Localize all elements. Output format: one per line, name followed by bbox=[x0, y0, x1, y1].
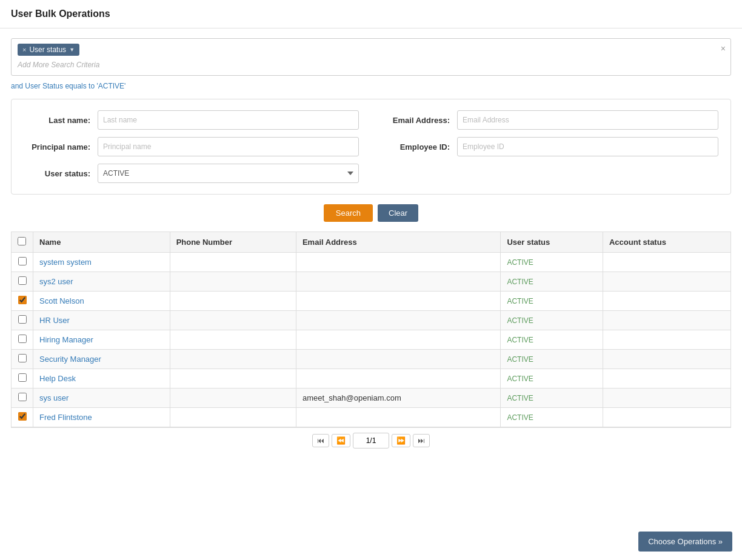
email-cell bbox=[296, 369, 500, 388]
col-phone: Phone Number bbox=[170, 232, 296, 253]
row-checkbox[interactable] bbox=[18, 296, 27, 304]
row-checkbox[interactable] bbox=[18, 373, 27, 382]
user-name-link[interactable]: sys2 user bbox=[39, 277, 73, 286]
user-status-cell: ACTIVE bbox=[501, 388, 603, 408]
user-status-cell: ACTIVE bbox=[501, 350, 603, 369]
user-status-cell: ACTIVE bbox=[501, 253, 603, 272]
user-name-link[interactable]: system system bbox=[39, 258, 92, 267]
row-checkbox[interactable] bbox=[18, 257, 27, 265]
user-status-cell: ACTIVE bbox=[501, 311, 603, 330]
phone-cell bbox=[170, 292, 296, 311]
col-name: Name bbox=[33, 232, 170, 253]
user-status-cell: ACTIVE bbox=[501, 272, 603, 292]
clear-button[interactable]: Clear bbox=[378, 204, 418, 222]
table-row: sys userameet_shah@openiam.comACTIVE bbox=[12, 388, 731, 408]
email-cell bbox=[296, 253, 500, 272]
row-checkbox[interactable] bbox=[18, 412, 27, 421]
search-button[interactable]: Search bbox=[324, 204, 373, 222]
table-row: Fred FlintstoneACTIVE bbox=[12, 408, 731, 427]
select-all-checkbox[interactable] bbox=[18, 237, 26, 245]
principal-name-input[interactable] bbox=[98, 137, 359, 156]
pagination-row: ⏮ ⏪ ⏩ ⏭ bbox=[11, 427, 731, 453]
user-status-cell: ACTIVE bbox=[501, 330, 603, 350]
last-name-input[interactable] bbox=[98, 110, 359, 130]
phone-cell bbox=[170, 272, 296, 292]
user-status-label: User status: bbox=[24, 169, 90, 178]
phone-cell bbox=[170, 350, 296, 369]
table-row: Help DeskACTIVE bbox=[12, 369, 731, 388]
last-name-label: Last name: bbox=[24, 116, 90, 125]
tag-label: User status bbox=[29, 45, 66, 54]
user-status-cell: ACTIVE bbox=[501, 408, 603, 427]
account-status-cell bbox=[603, 408, 730, 427]
account-status-cell bbox=[603, 330, 730, 350]
row-checkbox[interactable] bbox=[18, 315, 27, 324]
account-status-cell bbox=[603, 369, 730, 388]
table-row: Security ManagerACTIVE bbox=[12, 350, 731, 369]
col-email: Email Address bbox=[296, 232, 500, 253]
employee-id-label: Employee ID: bbox=[383, 142, 450, 152]
user-name-link[interactable]: Hiring Manager bbox=[39, 335, 93, 344]
email-cell bbox=[296, 272, 500, 292]
phone-cell bbox=[170, 408, 296, 427]
phone-cell bbox=[170, 253, 296, 272]
user-name-link[interactable]: Scott Nelson bbox=[39, 296, 84, 305]
user-name-link[interactable]: Fred Flintstone bbox=[39, 413, 92, 422]
filter-description: and User Status equals to 'ACTIVE' bbox=[11, 82, 731, 90]
first-page-button[interactable]: ⏮ bbox=[312, 434, 329, 447]
user-status-select[interactable]: ACTIVE INACTIVE DISABLED bbox=[98, 164, 359, 183]
account-status-cell bbox=[603, 272, 730, 292]
results-table: Name Phone Number Email Address User sta… bbox=[11, 232, 731, 427]
email-cell bbox=[296, 330, 500, 350]
row-checkbox[interactable] bbox=[18, 276, 27, 285]
table-row: HR UserACTIVE bbox=[12, 311, 731, 330]
email-label: Email Address: bbox=[383, 116, 450, 125]
account-status-cell bbox=[603, 292, 730, 311]
principal-name-label: Principal name: bbox=[24, 142, 90, 152]
email-cell bbox=[296, 408, 500, 427]
search-criteria-box: × User status ▼ Add More Search Criteria… bbox=[11, 38, 731, 76]
tag-close-icon[interactable]: × bbox=[22, 46, 26, 53]
user-status-cell: ACTIVE bbox=[501, 369, 603, 388]
table-row: system systemACTIVE bbox=[12, 253, 731, 272]
row-checkbox[interactable] bbox=[18, 354, 27, 362]
email-cell: ameet_shah@openiam.com bbox=[296, 388, 500, 408]
table-row: sys2 userACTIVE bbox=[12, 272, 731, 292]
user-name-link[interactable]: Security Manager bbox=[39, 355, 101, 364]
row-checkbox[interactable] bbox=[18, 393, 27, 401]
user-status-cell: ACTIVE bbox=[501, 292, 603, 311]
prev-page-button[interactable]: ⏪ bbox=[332, 434, 350, 447]
action-buttons: Search Clear bbox=[11, 204, 731, 222]
criteria-box-close-icon[interactable]: × bbox=[721, 44, 726, 53]
last-page-button[interactable]: ⏭ bbox=[413, 434, 430, 447]
email-input[interactable] bbox=[457, 110, 718, 130]
add-more-criteria[interactable]: Add More Search Criteria bbox=[18, 59, 724, 70]
user-name-link[interactable]: HR User bbox=[39, 316, 70, 325]
phone-cell bbox=[170, 369, 296, 388]
page-number-input[interactable] bbox=[353, 433, 389, 448]
col-account-status: Account status bbox=[603, 232, 730, 253]
row-checkbox[interactable] bbox=[18, 335, 27, 343]
email-cell bbox=[296, 350, 500, 369]
tag-arrow-icon: ▼ bbox=[69, 47, 75, 53]
user-name-link[interactable]: Help Desk bbox=[39, 374, 76, 383]
email-cell bbox=[296, 311, 500, 330]
phone-cell bbox=[170, 388, 296, 408]
user-status-tag[interactable]: × User status ▼ bbox=[18, 44, 79, 56]
col-user-status: User status bbox=[501, 232, 603, 253]
account-status-cell bbox=[603, 253, 730, 272]
table-row: Scott NelsonACTIVE bbox=[12, 292, 731, 311]
account-status-cell bbox=[603, 311, 730, 330]
phone-cell bbox=[170, 330, 296, 350]
next-page-button[interactable]: ⏩ bbox=[392, 434, 410, 447]
account-status-cell bbox=[603, 350, 730, 369]
email-cell bbox=[296, 292, 500, 311]
phone-cell bbox=[170, 311, 296, 330]
user-name-link[interactable]: sys user bbox=[39, 393, 69, 402]
search-form-panel: Last name: Principal name: User status: … bbox=[11, 99, 731, 195]
table-row: Hiring ManagerACTIVE bbox=[12, 330, 731, 350]
account-status-cell bbox=[603, 388, 730, 408]
employee-id-input[interactable] bbox=[457, 137, 718, 156]
page-title: User Bulk Operations bbox=[0, 0, 742, 28]
